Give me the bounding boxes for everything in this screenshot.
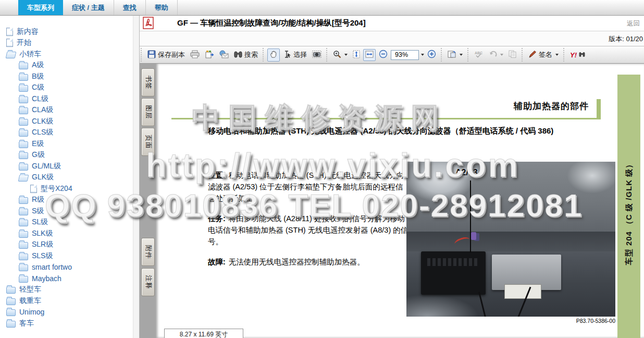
viewer-panel-tab-0[interactable]: 书签 [141,68,155,96]
sidebar-item-10[interactable]: E级 [0,138,139,150]
top-tab-bar: 车型系列 症状 / 主题 查找 帮助 [0,0,644,16]
folder-icon [19,197,28,204]
sidebar-item-23[interactable]: 轻型车 [0,284,139,296]
sidebar-item-label: GLK级 [32,173,54,182]
viewer-panel-tab-3[interactable]: 附件 [141,238,155,266]
sidebar-item-label: G级 [32,150,45,160]
sidebar-item-3[interactable]: A级 [0,60,139,71]
sidebar-item-11[interactable]: G级 [0,150,139,161]
zoom-tool-button[interactable] [331,49,350,62]
hand-tool-button[interactable] [267,49,280,62]
sidebar-item-7[interactable]: CLA级 [0,105,139,116]
folder-icon [19,209,28,215]
export-button[interactable] [203,49,216,62]
sidebar-item-17[interactable]: SL级 [0,217,139,228]
sidebar-item-1[interactable]: 开始 [0,38,139,49]
folder-icon [6,287,16,294]
folder-icon [19,220,28,226]
spellcheck-button[interactable]: ABC [472,49,486,61]
tab-vehicle-series[interactable]: 车型系列 [18,0,63,15]
fit-width-button[interactable] [363,49,376,61]
sidebar-item-4[interactable]: B级 [0,71,139,82]
yahoo-search-icon: Y! [570,51,577,59]
zoom-tool-caret[interactable] [344,54,348,56]
sidebar-item-26[interactable]: 客车 [0,318,139,329]
viewer-panel-tab-label: 页面 [144,135,153,149]
zoom-level-input[interactable]: 93% [391,50,419,60]
viewer-panel-tab-label: 图层 [144,105,153,119]
sidebar-scrollbar[interactable] [133,16,139,338]
component-subtitle: 移动电话和辅助加热器 (STH) 无线电遥控器 (A2/53) 的天线分向滤波器… [208,125,609,137]
sidebar-item-label: 载重车 [19,296,41,306]
sidebar-item-9[interactable]: CLS级 [0,127,139,139]
viewer-panel-tab-2[interactable]: 页面 [141,128,155,156]
sidebar-item-16[interactable]: S级 [0,206,139,217]
photo-module-label [504,284,541,299]
sidebar-item-21[interactable]: smart fortwo [0,262,139,273]
sidebar-item-18[interactable]: SLK级 [0,228,139,239]
page-layout-button[interactable] [445,49,465,62]
sidebar-item-15[interactable]: R级 [0,195,139,206]
fit-height-button[interactable] [351,49,362,62]
sidebar-item-19[interactable]: SLR级 [0,239,139,251]
tab-symptoms-topics[interactable]: 症状 / 主题 [63,0,114,15]
sidebar-item-22[interactable]: Maybach [0,273,139,284]
back-link[interactable]: 返回 [627,19,640,28]
sidebar-item-8[interactable]: CLK级 [0,116,139,127]
sidebar-item-12[interactable]: GL/ML级 [0,161,139,172]
doc-paragraph-text: 将由多功能天线 (A28/11) 处接收到的信号分解为移动电话信号和辅助加热器 … [208,214,408,246]
sidebar-item-2[interactable]: 小轿车 [0,49,139,60]
doc-paragraph-text: 无法使用无线电遥控器控制辅助加热器。 [229,258,365,266]
doc-paragraph-label: 故障: [208,258,226,266]
sidebar-item-20[interactable]: SLS级 [0,250,139,262]
tab-find[interactable]: 查找 [114,0,146,15]
doc-paragraph-text: 移动电话和辅助加热器 (STH) 无线电遥控器天线分向滤波器 (A2/53) 位… [208,171,404,202]
undo-button[interactable] [487,49,505,61]
viewer-panel-tab-4[interactable]: 注释 [141,268,155,296]
sidebar-item-14[interactable]: 型号X204 [0,183,139,195]
callout-pointer-line [470,180,471,252]
snapshot-button[interactable] [310,49,324,61]
folder-icon [19,152,28,159]
copy-button[interactable] [506,49,519,61]
sidebar-item-label: 轻型车 [19,285,41,294]
search-button[interactable]: 搜索 [232,49,260,61]
version-row: 版本: 01/20 [140,31,644,46]
select-tool-button[interactable]: 选择 [281,49,309,62]
zoom-in-button[interactable] [425,48,438,62]
toolbar-group-file: 保存副本 搜索 [141,48,263,62]
sidebar-item-label: 新内容 [17,27,39,37]
sign-caret[interactable] [555,54,559,56]
sidebar-item-5[interactable]: C级 [0,82,139,94]
print-button[interactable] [188,49,202,62]
email-button[interactable] [217,49,231,62]
viewer-panel-tab-1[interactable]: 图层 [141,98,155,126]
folder-icon [19,276,28,283]
sidebar-item-label: A级 [32,61,44,70]
page-layout-caret[interactable] [460,54,463,56]
sidebar-item-label: CLA级 [32,105,53,115]
sidebar-item-label: 小轿车 [19,50,41,59]
zoom-out-button[interactable] [377,48,390,62]
yahoo-search-button[interactable]: Y! [568,50,587,61]
toolbar-group-yahoo: Y! [563,48,590,62]
tab-help[interactable]: 帮助 [146,0,178,15]
sidebar-item-label: C级 [32,83,44,92]
search-label: 搜索 [244,50,258,59]
sidebar-item-label: 开始 [17,38,31,47]
sidebar-item-25[interactable]: Unimog [0,307,139,318]
sidebar-item-label: CLS级 [32,128,53,137]
sidebar-item-6[interactable]: CL级 [0,93,139,105]
sign-button[interactable]: 签名 [526,49,561,62]
sidebar-item-0[interactable]: 新内容 [0,26,139,38]
page-size-status: 8.27 x 11.69 英寸 [164,329,243,338]
copy-icon [509,50,517,59]
zoom-level-caret[interactable] [421,54,424,56]
save-copy-button[interactable]: 保存副本 [145,49,187,62]
toolbar-group-layout [441,48,467,62]
sidebar-tree: 新内容开始小轿车A级B级C级CL级CLA级CLK级CLS级E级G级GL/ML级G… [0,26,139,329]
undo-caret[interactable] [500,54,503,56]
undo-icon [489,51,497,59]
sidebar-item-24[interactable]: 载重车 [0,295,139,307]
sidebar-item-13[interactable]: GLK级 [0,172,139,184]
